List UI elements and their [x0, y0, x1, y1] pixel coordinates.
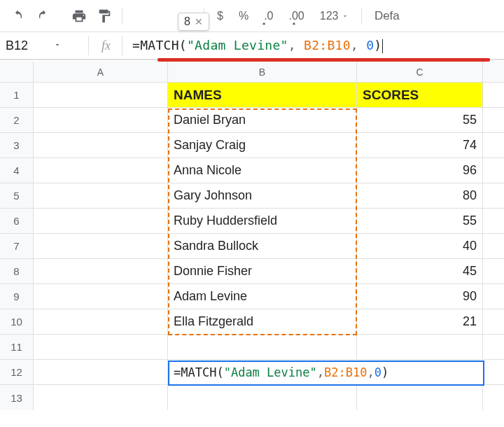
select-all-corner[interactable]: [0, 62, 34, 82]
cell-name[interactable]: Anna Nicole: [168, 158, 357, 183]
cell-score[interactable]: 96: [357, 158, 483, 183]
cell[interactable]: [168, 335, 357, 359]
cell[interactable]: [34, 360, 168, 384]
separator: [122, 36, 122, 55]
cell[interactable]: [34, 309, 168, 334]
undo-button[interactable]: [8, 6, 29, 27]
row-12: 12 =MATCH("Adam Levine", B2:B10, 0): [0, 360, 504, 385]
cell-score[interactable]: 45: [357, 259, 483, 284]
decrease-decimal-button[interactable]: .0: [258, 7, 279, 25]
cell-score[interactable]: 55: [357, 108, 483, 132]
row-header[interactable]: 11: [0, 335, 34, 359]
font-dropdown[interactable]: Defa: [369, 6, 405, 26]
cell[interactable]: [34, 335, 168, 359]
cell[interactable]: [34, 284, 168, 309]
separator: [88, 36, 89, 55]
cell[interactable]: [34, 234, 168, 258]
cell-name[interactable]: Adam Levine: [168, 284, 357, 309]
cell[interactable]: [34, 83, 168, 107]
row-3: 3 Sanjay Craig 74: [0, 133, 504, 158]
cell-score[interactable]: 80: [357, 183, 483, 208]
row-header[interactable]: 4: [0, 158, 34, 183]
column-header-a[interactable]: A: [34, 62, 168, 82]
row-13: 13: [0, 385, 504, 410]
row-8: 8 Donnie Fisher 45: [0, 259, 504, 284]
currency-button[interactable]: $: [211, 7, 229, 25]
more-formats-button[interactable]: 123: [314, 7, 354, 25]
row-10: 10 Ella Fitzgerald 21: [0, 309, 504, 335]
cell[interactable]: [34, 259, 168, 284]
percent-button[interactable]: %: [233, 7, 254, 25]
cell[interactable]: [34, 108, 168, 132]
row-header[interactable]: 1: [0, 83, 34, 107]
row-7: 7 Sandra Bullock 40: [0, 234, 504, 259]
row-header[interactable]: 7: [0, 234, 34, 258]
name-box-dropdown-icon[interactable]: [48, 40, 67, 51]
cell-score[interactable]: 74: [357, 133, 483, 158]
cell[interactable]: [168, 385, 357, 410]
fx-label: fx: [93, 38, 119, 53]
cell-name[interactable]: Gary Johnson: [168, 183, 357, 208]
cell-score[interactable]: 40: [357, 234, 483, 258]
toolbar: $ % .0 .00 123 Defa 8 ✕: [0, 0, 504, 32]
cell-score[interactable]: 21: [357, 309, 483, 334]
toolbar-separator: [122, 8, 122, 24]
row-header[interactable]: 10: [0, 309, 34, 334]
name-box[interactable]: B12: [0, 38, 48, 53]
column-header-b[interactable]: B: [168, 62, 357, 82]
row-9: 9 Adam Levine 90: [0, 284, 504, 309]
close-icon[interactable]: ✕: [195, 16, 203, 27]
paint-format-button[interactable]: [94, 6, 115, 27]
formula-result-tooltip: 8 ✕: [178, 13, 209, 31]
redo-button[interactable]: [34, 6, 55, 27]
row-header[interactable]: 8: [0, 259, 34, 284]
cell-name[interactable]: Daniel Bryan: [168, 108, 357, 132]
cell[interactable]: [357, 385, 483, 410]
row-header[interactable]: 13: [0, 385, 34, 410]
row-header[interactable]: 3: [0, 133, 34, 158]
cell[interactable]: [34, 133, 168, 158]
cell-header-scores[interactable]: SCORES: [357, 83, 483, 107]
cell-name[interactable]: Sandra Bullock: [168, 234, 357, 258]
cell-score[interactable]: 90: [357, 284, 483, 309]
cell-name[interactable]: Ruby Huddersfield: [168, 209, 357, 233]
row-4: 4 Anna Nicole 96: [0, 158, 504, 183]
formula-input[interactable]: =MATCH("Adam Levine", B2:B10, 0): [125, 38, 504, 53]
cell-name[interactable]: Donnie Fisher: [168, 259, 357, 284]
row-header[interactable]: 5: [0, 183, 34, 208]
cell[interactable]: [34, 209, 168, 233]
toolbar-separator: [361, 8, 362, 24]
row-header[interactable]: 12: [0, 360, 34, 384]
cell-header-names[interactable]: NAMES: [168, 83, 357, 107]
row-1: 1 NAMES SCORES: [0, 83, 504, 108]
column-headers: A B C: [0, 62, 504, 83]
cell[interactable]: [34, 183, 168, 208]
row-2: 2 Daniel Bryan 55: [0, 108, 504, 133]
row-header[interactable]: 2: [0, 108, 34, 132]
print-button[interactable]: [69, 6, 90, 27]
cell-name[interactable]: Ella Fitzgerald: [168, 309, 357, 334]
column-header-c[interactable]: C: [357, 62, 483, 82]
spreadsheet-grid[interactable]: A B C 1 NAMES SCORES 2 Daniel Bryan 55 3…: [0, 62, 504, 410]
row-5: 5 Gary Johnson 80: [0, 183, 504, 209]
formula-bar: B12 fx =MATCH("Adam Levine", B2:B10, 0): [0, 32, 504, 60]
cell-score[interactable]: 55: [357, 209, 483, 233]
row-11: 11: [0, 335, 504, 360]
cell[interactable]: [34, 385, 168, 410]
row-header[interactable]: 6: [0, 209, 34, 233]
increase-decimal-button[interactable]: .00: [283, 7, 309, 25]
row-6: 6 Ruby Huddersfield 55: [0, 209, 504, 234]
row-header[interactable]: 9: [0, 284, 34, 309]
active-cell[interactable]: =MATCH("Adam Levine", B2:B10, 0): [168, 360, 483, 384]
cell-name[interactable]: Sanjay Craig: [168, 133, 357, 158]
cell[interactable]: [357, 335, 483, 359]
cell[interactable]: [34, 158, 168, 183]
tooltip-value: 8: [184, 15, 190, 28]
